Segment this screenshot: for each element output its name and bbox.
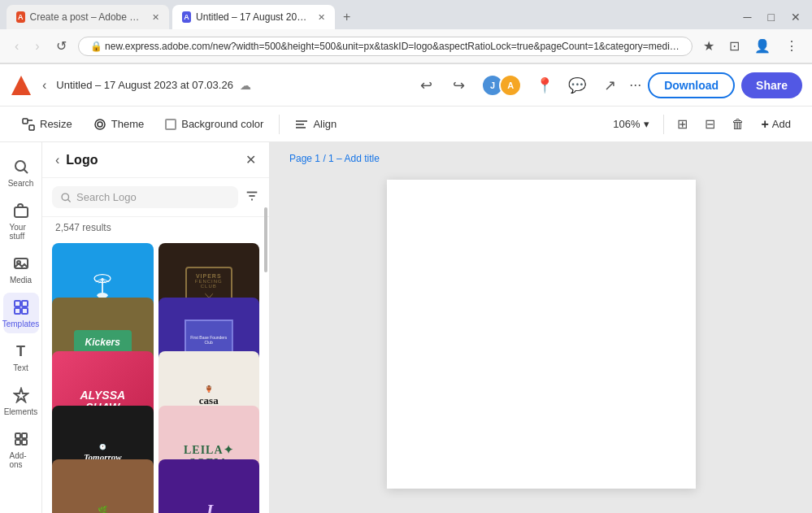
sidebar-item-your-stuff[interactable]: Your stuff <box>3 196 39 246</box>
theme-button[interactable]: Theme <box>85 113 153 136</box>
sidebar-search-label: Search <box>8 179 34 188</box>
add-button[interactable]: + Add <box>753 113 799 136</box>
collaborators: J A <box>481 74 522 97</box>
background-color-icon <box>165 119 176 130</box>
panel-scrollbar[interactable] <box>264 207 267 272</box>
add-title-link[interactable]: Add title <box>344 153 379 164</box>
svg-rect-19 <box>15 433 20 438</box>
panel-back-button[interactable]: ‹ <box>55 153 59 167</box>
add-label: Add <box>772 118 791 130</box>
align-label: Align <box>313 118 337 130</box>
document-title: Untitled – 17 August 2023 at 07.03.26 <box>56 79 233 91</box>
more-options-button[interactable]: ··· <box>629 76 641 93</box>
search-input[interactable] <box>76 191 230 203</box>
svg-point-5 <box>95 120 105 129</box>
elements-icon <box>11 385 31 405</box>
tab-close-2[interactable]: ✕ <box>318 12 325 23</box>
download-button[interactable]: Download <box>648 72 735 98</box>
reload-button[interactable]: ↺ <box>51 37 72 55</box>
trash-button[interactable]: 🗑 <box>726 112 750 137</box>
bookmark-button[interactable]: ★ <box>699 37 719 55</box>
results-count: 2,547 results <box>42 217 269 238</box>
templates-panel: ‹ Logo ✕ 2,547 results <box>42 142 270 513</box>
sidebar-item-addons[interactable]: Add-ons <box>3 424 39 474</box>
toolbar-divider <box>279 115 280 134</box>
theme-icon <box>93 118 106 131</box>
add-plus-icon: + <box>762 117 769 132</box>
more-nav-button[interactable]: ⋮ <box>781 37 802 55</box>
logo-item-10[interactable]: J <box>158 459 260 513</box>
sidebar-item-search[interactable]: Search <box>3 152 39 193</box>
logo-grid: SHUTTLES VIPERS FENCING CLUB ⚔ <box>42 238 269 513</box>
logo-item-9[interactable]: 🌿 <box>52 459 154 513</box>
new-tab-button[interactable]: + <box>338 8 355 26</box>
svg-rect-14 <box>15 301 20 306</box>
sidebar-item-templates[interactable]: Templates <box>3 293 39 333</box>
align-button[interactable]: Align <box>286 113 345 136</box>
url-text: new.express.adobe.com/new?width=500&heig… <box>105 41 680 52</box>
resize-icon <box>22 118 35 131</box>
tab-create-post[interactable]: A Create a post – Adobe Support C... ✕ <box>7 5 169 29</box>
templates-icon <box>11 298 31 317</box>
comment-button[interactable]: 💬 <box>564 72 590 98</box>
sidebar-templates-label: Templates <box>2 320 40 328</box>
zoom-level: 106% <box>613 118 640 130</box>
design-canvas[interactable] <box>387 180 696 489</box>
page-total: 1 <box>328 153 334 164</box>
tab-untitled[interactable]: A Untitled – 17 August 2023 at 07... ✕ <box>172 5 335 29</box>
sidebar-item-media[interactable]: Media <box>3 249 39 289</box>
svg-rect-2 <box>29 125 34 130</box>
text-icon: T <box>11 341 31 361</box>
zoom-chevron: ▾ <box>644 118 649 130</box>
background-color-button[interactable]: Background color <box>156 113 272 135</box>
forward-button[interactable]: › <box>30 37 44 55</box>
resize-label: Resize <box>40 118 72 130</box>
svg-rect-1 <box>23 119 28 124</box>
panel-close-button[interactable]: ✕ <box>245 152 256 167</box>
maximize-button[interactable]: □ <box>763 9 779 25</box>
close-button[interactable]: ✕ <box>786 9 805 25</box>
app: ‹ Untitled – 17 August 2023 at 07.03.26 … <box>0 64 812 513</box>
location-button[interactable]: 📍 <box>532 72 558 98</box>
sync-icon[interactable]: ☁ <box>240 79 251 92</box>
sidebar-item-elements[interactable]: Elements <box>3 380 39 421</box>
adobe-logo <box>10 74 33 97</box>
resize-button[interactable]: Resize <box>13 113 81 136</box>
share-button[interactable]: Share <box>741 72 802 98</box>
sidebar-elements-label: Elements <box>4 407 38 416</box>
layers-button[interactable]: ⊞ <box>671 112 695 137</box>
tab-close-1[interactable]: ✕ <box>152 12 159 23</box>
canvas-area: Page 1 / 1 – Add title <box>270 142 812 513</box>
left-sidebar: Search Your stuff Media Templates <box>0 142 42 513</box>
minimize-button[interactable]: ─ <box>739 9 757 25</box>
avatar-2: A <box>499 74 522 97</box>
extensions-button[interactable]: ⊡ <box>725 37 744 55</box>
url-bar[interactable]: 🔒 new.express.adobe.com/new?width=500&he… <box>78 37 693 56</box>
header-tools: ↩ ↪ J A 📍 💬 ↗ ··· Download Share <box>413 72 802 98</box>
search-input-wrap[interactable] <box>52 186 238 208</box>
svg-rect-22 <box>22 440 27 445</box>
redo-button[interactable]: ↪ <box>445 72 471 98</box>
back-button[interactable]: ‹ <box>10 37 24 55</box>
action-icons: ⊞ ⊟ 🗑 <box>671 112 750 137</box>
sidebar-text-label: Text <box>13 363 28 372</box>
grid-button[interactable]: ⊟ <box>698 112 723 137</box>
svg-rect-16 <box>15 308 20 314</box>
profile-button[interactable]: 👤 <box>750 37 775 55</box>
media-icon <box>11 254 31 273</box>
tab-favicon-1: A <box>16 11 25 23</box>
undo-button[interactable]: ↩ <box>413 72 439 98</box>
zoom-control[interactable]: 106% ▾ <box>606 114 656 134</box>
share-link-button[interactable]: ↗ <box>597 72 623 98</box>
filter-button[interactable] <box>245 186 259 208</box>
tab-bar: A Create a post – Adobe Support C... ✕ A… <box>0 0 812 29</box>
svg-line-24 <box>67 199 71 202</box>
panel-header: ‹ Logo ✕ <box>42 142 269 178</box>
svg-point-4 <box>98 122 102 127</box>
search-area <box>42 178 269 217</box>
search-icon <box>11 157 31 176</box>
back-to-home-button[interactable]: ‹ <box>39 75 50 96</box>
tab-favicon-2: A <box>182 11 191 23</box>
sidebar-item-text[interactable]: T Text <box>3 337 39 377</box>
nav-icons: ★ ⊡ 👤 ⋮ <box>699 37 802 55</box>
